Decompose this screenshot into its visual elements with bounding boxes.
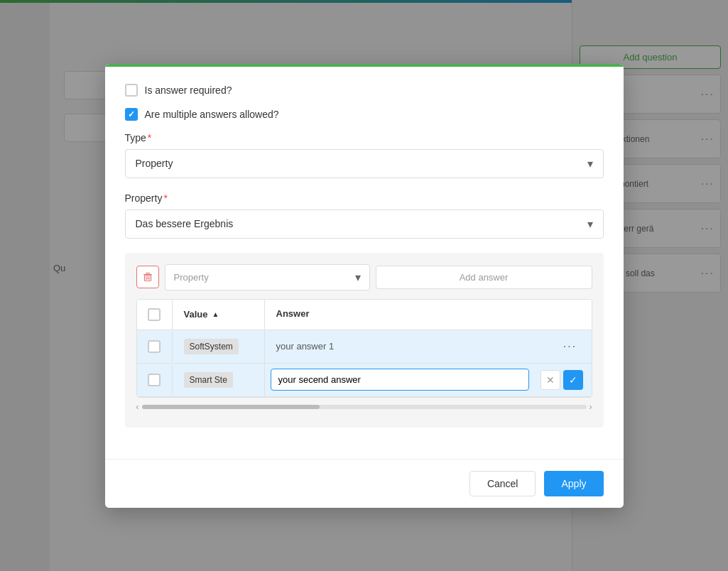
scroll-left-icon[interactable]: ‹: [136, 402, 139, 412]
row2-action-buttons: ✕ ✓: [535, 364, 592, 396]
table-row-editing: Smart Ste ✕ ✓: [137, 364, 592, 397]
row1-more-button[interactable]: ···: [563, 340, 577, 353]
property-selected-value: Das bessere Ergebnis: [136, 218, 234, 229]
required-checkbox-row: Is answer required?: [125, 84, 604, 97]
th-actions: [549, 300, 592, 330]
cancel-button[interactable]: Cancel: [469, 471, 536, 496]
th-checkbox: [137, 300, 173, 330]
add-answer-button[interactable]: Add answer: [376, 266, 592, 289]
th-answer: Answer: [265, 300, 549, 330]
row1-checkbox[interactable]: [148, 340, 161, 353]
property-section: Property* Das bessere Ergebnis ▾: [125, 192, 604, 239]
modal-footer: Cancel Apply: [105, 459, 624, 508]
modal-body: Is answer required? Are multiple answers…: [105, 67, 624, 459]
confirm-edit-button[interactable]: ✓: [563, 370, 583, 390]
row2-answer-input-cell: [265, 366, 535, 393]
row1-value-tag: SoftSystem: [184, 339, 239, 354]
trash-icon: [143, 272, 153, 282]
answer-section: Property ▾ Add answer Value ▲: [125, 253, 604, 428]
inner-property-placeholder: Property: [174, 272, 209, 283]
type-chevron-icon: ▾: [587, 157, 593, 170]
modal-overlay: Is answer required? Are multiple answers…: [0, 0, 728, 571]
row1-checkbox-cell: [137, 332, 173, 361]
table-header: Value ▲ Answer: [137, 300, 592, 330]
header-checkbox[interactable]: [148, 308, 161, 321]
answers-table-container: Value ▲ Answer Sof: [136, 299, 592, 398]
delete-answer-button[interactable]: [136, 266, 159, 288]
row2-checkbox-cell: [137, 365, 173, 395]
type-select[interactable]: Property ▾: [125, 149, 604, 178]
scrollbar-track[interactable]: [142, 405, 587, 409]
row2-answer-input[interactable]: [271, 369, 529, 391]
type-section: Type* Property ▾: [125, 132, 604, 178]
horizontal-scrollbar: ‹ ›: [136, 398, 592, 416]
row2-value-tag: Smart Ste: [184, 372, 233, 388]
row1-answer-cell: your answer 1: [265, 332, 549, 360]
type-label: Type*: [125, 132, 604, 143]
table-row: SoftSystem your answer 1 ···: [137, 330, 592, 364]
svg-rect-1: [146, 273, 150, 273]
inner-property-select[interactable]: Property ▾: [165, 264, 370, 290]
type-selected-value: Property: [136, 158, 173, 169]
property-label: Property*: [125, 192, 604, 204]
modal-dialog: Is answer required? Are multiple answers…: [105, 64, 624, 508]
row1-actions-cell: ···: [549, 332, 592, 361]
row1-value-cell: SoftSystem: [173, 330, 265, 363]
required-label: Is answer required?: [145, 85, 232, 96]
property-select[interactable]: Das bessere Ergebnis ▾: [125, 210, 604, 239]
row2-value-cell: Smart Ste: [173, 364, 265, 396]
inner-property-chevron-icon: ▾: [355, 271, 361, 284]
required-checkbox[interactable]: [125, 84, 138, 97]
row2-checkbox[interactable]: [148, 374, 161, 386]
th-value[interactable]: Value ▲: [173, 300, 265, 330]
cancel-edit-button[interactable]: ✕: [540, 370, 560, 390]
scroll-right-icon[interactable]: ›: [590, 402, 592, 412]
apply-button[interactable]: Apply: [544, 471, 603, 496]
multiple-label: Are multiple answers allowed?: [145, 109, 279, 120]
scrollbar-thumb[interactable]: [142, 405, 320, 409]
multiple-checkbox-row: Are multiple answers allowed?: [125, 108, 604, 121]
sort-icon: ▲: [212, 310, 219, 318]
add-answer-row: Property ▾ Add answer: [136, 264, 592, 290]
property-chevron-icon: ▾: [587, 217, 593, 231]
multiple-checkbox[interactable]: [125, 108, 138, 121]
